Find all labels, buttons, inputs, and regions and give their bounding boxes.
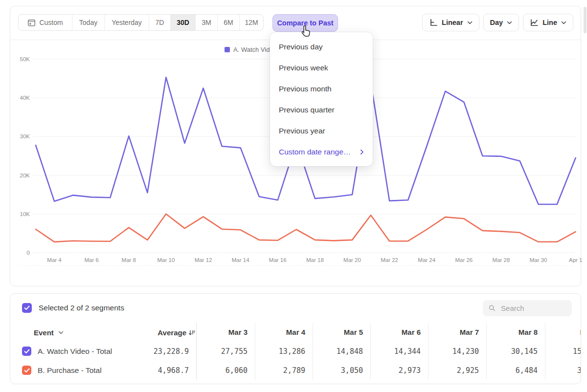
column-header-mar-4[interactable]: Mar 4 xyxy=(255,328,313,337)
column-divider xyxy=(370,323,371,380)
y-axis-label: 10K xyxy=(12,211,30,217)
column-header-label: Mar 3 xyxy=(228,328,248,336)
value-cell: 6,060 xyxy=(196,366,255,375)
value-text: 2,973 xyxy=(399,366,421,375)
dropdown-item-label: Custom date range… xyxy=(279,148,351,156)
calendar-icon xyxy=(27,19,36,27)
x-axis-label: Apr 1 xyxy=(560,257,587,263)
segments-table: EventAverageMar 3Mar 4Mar 5Mar 6Mar 7Mar… xyxy=(10,323,581,380)
search-input[interactable] xyxy=(500,304,566,313)
table-row[interactable]: A. Watch Video - Total23,228.927,75513,2… xyxy=(10,342,581,361)
dropdown-item-previous-month[interactable]: Previous month xyxy=(270,78,373,99)
x-axis-label: Mar 24 xyxy=(411,257,442,263)
table-row[interactable]: B. Purchase - Total4,968.76,0602,7893,05… xyxy=(10,361,581,380)
compare-to-past-dropdown: Previous dayPrevious weekPrevious monthP… xyxy=(270,32,373,166)
column-header-label: Mar 4 xyxy=(286,328,305,336)
value-text: 15, xyxy=(573,347,581,356)
x-axis-label: Mar 18 xyxy=(299,257,331,263)
dropdown-item-label: Previous month xyxy=(279,85,332,93)
x-axis-label: Mar 8 xyxy=(113,257,144,263)
line-chart-icon xyxy=(530,18,539,27)
chart-type-selector-line[interactable]: Line xyxy=(523,14,573,31)
segment-checkbox[interactable] xyxy=(22,366,31,375)
column-header-mar-7[interactable]: Mar 7 xyxy=(428,328,486,337)
event-cell: A. Watch Video - Total xyxy=(10,347,137,356)
value-text: 4,968.7 xyxy=(158,366,189,375)
x-axis-label: Mar 10 xyxy=(150,257,181,263)
event-column-header[interactable]: Event xyxy=(10,328,137,337)
value-cell: 14,230 xyxy=(428,347,486,356)
value-cell: 15, xyxy=(545,347,581,356)
value-text: 13,286 xyxy=(279,347,305,356)
scrollbar-thumb[interactable] xyxy=(584,7,587,33)
date-range-label: Today xyxy=(79,19,97,26)
segments-card: Selected 2 of 2 segments EventAverageMar… xyxy=(10,293,581,384)
value-text: 3, xyxy=(577,366,581,375)
value-cell: 2,789 xyxy=(255,366,313,375)
column-divider xyxy=(196,323,197,380)
event-cell: B. Purchase - Total xyxy=(10,366,137,375)
y-axis-label: 40K xyxy=(12,95,30,101)
value-cell: 14,344 xyxy=(370,347,428,356)
segment-checkbox[interactable] xyxy=(22,347,31,356)
value-text: 14,344 xyxy=(394,347,421,356)
compare-to-past-button[interactable]: Compare to Past xyxy=(272,14,338,32)
value-text: 6,060 xyxy=(226,366,248,375)
x-axis-label: Mar 4 xyxy=(39,257,70,263)
x-axis-label: Mar 30 xyxy=(523,257,554,263)
y-axis-label: 20K xyxy=(12,173,30,178)
date-range-6m[interactable]: 6M xyxy=(218,15,240,30)
value-text: 23,228.9 xyxy=(154,347,189,356)
date-range-30d[interactable]: 30D xyxy=(171,15,196,30)
chevron-down-icon xyxy=(561,21,566,24)
value-cell: 14,848 xyxy=(313,347,370,356)
select-all-checkbox[interactable] xyxy=(22,303,32,313)
column-divider xyxy=(486,323,487,380)
column-header-m[interactable]: M xyxy=(545,328,581,337)
x-axis-label: Mar 20 xyxy=(337,257,368,263)
value-cell: 3,050 xyxy=(313,366,370,375)
x-axis-label: Mar 26 xyxy=(448,257,479,263)
date-range-custom[interactable]: Custom xyxy=(19,15,72,30)
column-header-mar-5[interactable]: Mar 5 xyxy=(313,328,370,337)
value-text: 27,755 xyxy=(221,347,248,356)
segment-label: B. Purchase - Total xyxy=(38,366,102,375)
legend-item[interactable]: A. Watch Video xyxy=(225,46,277,53)
check-icon xyxy=(24,305,30,310)
date-range-label: 6M xyxy=(224,19,233,26)
value-cell: 3, xyxy=(545,366,581,375)
x-axis-label: Mar 28 xyxy=(486,257,517,263)
view-controls: Linear Day Line xyxy=(422,14,573,31)
column-header-mar-3[interactable]: Mar 3 xyxy=(196,328,255,337)
column-header-label: Mar 8 xyxy=(519,328,538,336)
date-range-7d[interactable]: 7D xyxy=(149,15,171,30)
date-range-12m[interactable]: 12M xyxy=(240,15,263,30)
date-range-3m[interactable]: 3M xyxy=(196,15,218,30)
value-cell: 2,973 xyxy=(370,366,428,375)
dropdown-item-previous-year[interactable]: Previous year xyxy=(270,120,373,141)
dropdown-item-previous-day[interactable]: Previous day xyxy=(270,36,373,57)
value-cell: 6,484 xyxy=(486,366,545,375)
y-axis-label: 0 xyxy=(12,250,30,256)
interval-selector-day[interactable]: Day xyxy=(483,14,519,31)
column-header-mar-8[interactable]: Mar 8 xyxy=(486,328,545,337)
date-range-today[interactable]: Today xyxy=(72,15,105,30)
scale-selector-linear[interactable]: Linear xyxy=(422,14,479,31)
dropdown-item-previous-week[interactable]: Previous week xyxy=(270,57,373,78)
date-range-label: 7D xyxy=(156,19,164,26)
dropdown-item-previous-quarter[interactable]: Previous quarter xyxy=(270,99,373,120)
value-cell: 4,968.7 xyxy=(137,366,196,375)
column-header-label: Mar 5 xyxy=(344,328,363,336)
date-range-yesterday[interactable]: Yesterday xyxy=(105,15,149,30)
segment-label: A. Watch Video - Total xyxy=(38,347,112,356)
value-cell: 13,286 xyxy=(255,347,313,356)
search-icon xyxy=(489,304,496,312)
column-header-mar-6[interactable]: Mar 6 xyxy=(370,328,428,337)
scale-label: Linear xyxy=(442,19,463,26)
dropdown-item-custom-date-range[interactable]: Custom date range… xyxy=(270,141,373,162)
value-text: 2,789 xyxy=(283,366,305,375)
y-axis-label: 30K xyxy=(12,133,30,139)
chart-type-label: Line xyxy=(542,19,557,26)
column-header-average[interactable]: Average xyxy=(137,328,196,337)
column-header-label: Mar 7 xyxy=(460,328,479,336)
